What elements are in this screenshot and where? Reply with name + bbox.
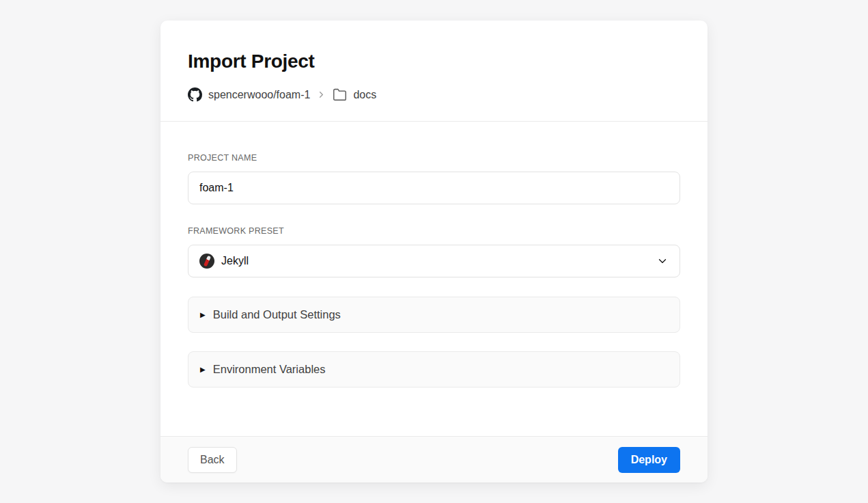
triangle-right-icon: ▶ [200, 312, 206, 318]
back-button[interactable]: Back [188, 447, 237, 473]
chevron-right-icon [316, 90, 326, 100]
folder-icon [333, 87, 347, 102]
accordion-build-output-settings[interactable]: ▶ Build and Output Settings [188, 297, 680, 333]
breadcrumb-repo-label: spencerwooo/foam-1 [208, 89, 310, 101]
import-project-dialog: Import Project spencerwooo/foam-1 [160, 21, 708, 482]
framework-preset-label: FRAMEWORK PRESET [188, 226, 680, 236]
breadcrumb-folder[interactable]: docs [333, 87, 376, 102]
dialog-header: Import Project spencerwooo/foam-1 [160, 21, 708, 122]
page-title: Import Project [188, 51, 680, 72]
framework-selected-value: Jekyll [221, 255, 249, 267]
jekyll-icon [199, 254, 214, 269]
project-name-input[interactable] [188, 172, 680, 204]
framework-preset-select[interactable]: Jekyll [188, 245, 680, 277]
dialog-body: PROJECT NAME FRAMEWORK PRESET Jekyll ▶ B… [160, 122, 708, 436]
project-name-label: PROJECT NAME [188, 153, 680, 163]
breadcrumb-folder-label: docs [353, 89, 376, 101]
breadcrumb-repo[interactable]: spencerwooo/foam-1 [188, 87, 310, 102]
chevron-down-icon [656, 255, 669, 267]
accordion-label: Build and Output Settings [213, 308, 341, 321]
dialog-footer: Back Deploy [160, 436, 708, 482]
github-icon [188, 87, 202, 102]
accordion-label: Environment Variables [213, 363, 326, 376]
deploy-button[interactable]: Deploy [618, 447, 680, 473]
triangle-right-icon: ▶ [200, 366, 206, 373]
breadcrumb: spencerwooo/foam-1 docs [188, 87, 680, 102]
accordion-environment-variables[interactable]: ▶ Environment Variables [188, 351, 680, 388]
